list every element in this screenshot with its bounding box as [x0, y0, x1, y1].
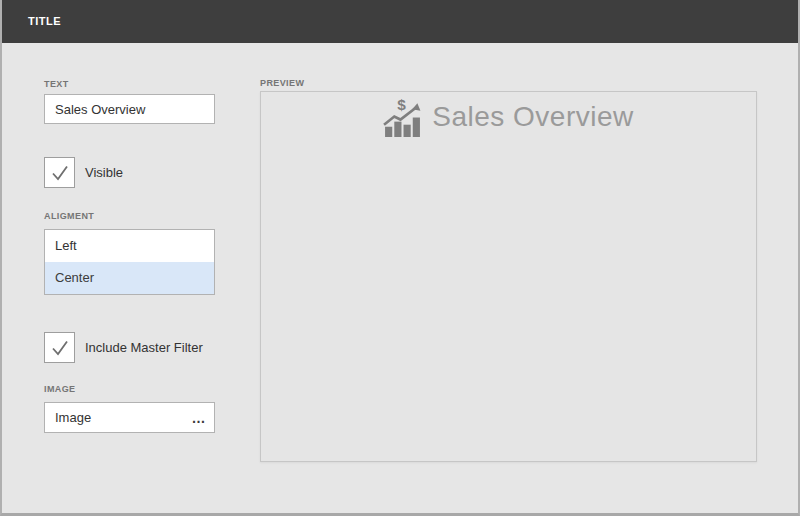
preview-title-text: Sales Overview [432, 101, 634, 133]
text-field-label: TEXT [44, 79, 69, 89]
image-field-label: IMAGE [44, 384, 76, 394]
checkmark-icon [48, 161, 72, 185]
master-filter-checkbox-label: Include Master Filter [85, 340, 203, 355]
checkmark-icon [48, 336, 72, 360]
visible-checkbox[interactable] [44, 157, 75, 188]
alignment-listbox: Left Center [44, 229, 215, 295]
alignment-option-left[interactable]: Left [45, 230, 214, 262]
image-field-value[interactable]: Image [45, 410, 184, 425]
svg-text:$: $ [398, 97, 407, 113]
visible-checkbox-row: Visible [44, 157, 123, 188]
window-title: TITLE [0, 0, 61, 43]
preview-title-row: $ Sales Overview [261, 92, 756, 137]
image-field: Image … [44, 402, 215, 433]
master-filter-checkbox[interactable] [44, 332, 75, 363]
title-editor-window: TITLE TEXT Visible ALIGMENT Left Center [0, 0, 800, 516]
alignment-option-center[interactable]: Center [45, 262, 214, 294]
title-text-input[interactable] [44, 94, 215, 124]
image-browse-button[interactable]: … [184, 403, 214, 432]
preview-box: $ Sales Overview [260, 91, 757, 462]
window-titlebar: TITLE [0, 0, 800, 43]
bar-chart-dollar-icon: $ [383, 97, 422, 137]
master-filter-checkbox-row: Include Master Filter [44, 332, 203, 363]
alignment-field-label: ALIGMENT [44, 211, 94, 221]
preview-label: PREVIEW [260, 78, 304, 88]
editor-content: TEXT Visible ALIGMENT Left Center Incl [2, 43, 798, 513]
visible-checkbox-label: Visible [85, 165, 123, 180]
